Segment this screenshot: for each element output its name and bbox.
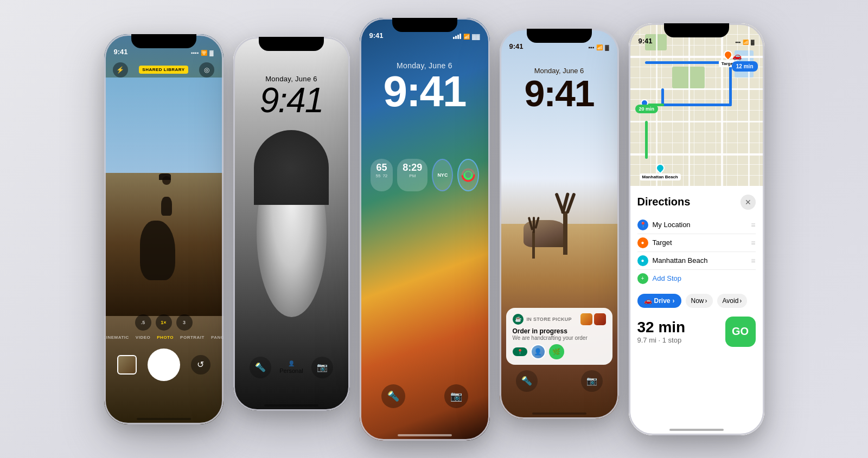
starbucks-notification[interactable]: ☕ In store pickup Order in progress We a…	[506, 308, 612, 365]
phones-container: 9:41 ▪▪▪▪ 🛜 ▓ ⚡ SHARED LIBRARY ◎	[0, 2, 868, 457]
zoom-1x[interactable]: 1×	[156, 314, 172, 331]
maps-phone: Target Manhattan Beach 12 min 20 min 🚗	[629, 23, 764, 435]
location-widget[interactable]: NYC	[432, 159, 453, 191]
target-name: Target	[653, 238, 747, 247]
wifi-icon3: 📶	[463, 34, 470, 40]
personal-section: 👤 Personal	[279, 360, 303, 374]
temp-range: 55 72	[376, 173, 388, 178]
directions-header: Directions ✕	[637, 195, 756, 210]
now-label: Now	[691, 297, 704, 305]
live-photo-button[interactable]: ◎	[199, 62, 214, 78]
go-button[interactable]: GO	[725, 317, 756, 347]
go-section: 32 min 9.7 mi · 1 stop GO	[637, 317, 756, 347]
mb-pin-dot	[654, 162, 666, 174]
directions-panel: Directions ✕ 📍 My Location ≡ ● Target ≡	[629, 186, 764, 435]
color-lockscreen: 9:41 📶 ▓▓ Monday, June 6	[360, 18, 490, 441]
color-lockscreen-phone: 9:41 📶 ▓▓ Monday, June 6	[360, 18, 490, 441]
drive-button[interactable]: 🚗 Drive ›	[637, 294, 681, 308]
desert-camera-button[interactable]: 📷	[581, 370, 603, 392]
bw-lockscreen-phone: Monday, June 6 9:41 🔦 👤 Personal 📷	[233, 37, 350, 411]
my-location-name: My Location	[653, 221, 747, 229]
time-widget[interactable]: 8:29 PM	[397, 159, 427, 191]
photo-thumbnail[interactable]	[117, 355, 137, 375]
road-v3	[721, 23, 723, 191]
camera-button[interactable]: 📷	[311, 357, 333, 378]
phone1-time: 9:41	[114, 48, 128, 56]
zoom-point5[interactable]: .5	[135, 314, 151, 331]
directions-title: Directions	[637, 196, 691, 208]
order-action-badge[interactable]: 📍	[513, 347, 527, 356]
signal4: ▪▪▪	[589, 44, 595, 50]
phone4-wrapper: 9:41 ▪▪▪ 📶 ▓ Monday, June 6 9:41 ☕	[500, 29, 619, 430]
avoid-button[interactable]: Avoid ›	[717, 294, 748, 308]
temp-num: 65	[376, 162, 387, 173]
waypoint-target: ● Target ≡	[637, 234, 756, 252]
map-area[interactable]: Target Manhattan Beach 12 min 20 min 🚗	[629, 23, 764, 191]
tree2-trunk	[532, 231, 535, 259]
phone1-home-indicator	[137, 418, 191, 420]
temp-low: 55	[376, 173, 381, 178]
add-stop-label[interactable]: Add Stop	[653, 274, 682, 282]
eta-badge-20min: 20 min	[635, 105, 659, 113]
rider-torso	[161, 197, 172, 216]
signal-icon: ▪▪▪▪	[191, 50, 199, 56]
flashlight-button[interactable]: 🔦	[250, 357, 271, 378]
mb-icon: ●	[637, 255, 648, 266]
location-icon: 📍	[517, 349, 523, 354]
weather-widget[interactable]: 65 55 72	[371, 159, 393, 191]
activity-widget[interactable]	[457, 159, 478, 191]
phone5-time: 9:41	[639, 37, 653, 45]
drink-badge	[594, 313, 606, 325]
now-button[interactable]: Now ›	[686, 294, 713, 308]
waypoint-my-location: 📍 My Location ≡	[637, 216, 756, 234]
scene-overlay	[104, 78, 224, 316]
phone2-notch	[259, 37, 324, 51]
horse-body	[140, 221, 175, 280]
drive-chevron: ›	[673, 297, 675, 305]
hat	[159, 173, 171, 180]
color-camera-button[interactable]: 📷	[444, 384, 468, 408]
person-badge[interactable]: 👤	[531, 344, 546, 359]
road-h3	[629, 121, 764, 122]
shared-library-badge[interactable]: SHARED LIBRARY	[139, 66, 188, 74]
shutter-button[interactable]	[148, 349, 180, 381]
color-clock: 9:41	[360, 70, 490, 113]
drive-label: Drive	[654, 297, 671, 305]
flip-camera-button[interactable]: ↺	[191, 355, 210, 375]
desert-lockscreen: 9:41 ▪▪▪ 📶 ▓ Monday, June 6 9:41 ☕	[500, 29, 619, 419]
mode-video[interactable]: VIDEO	[136, 335, 150, 340]
desert-flashlight-button[interactable]: 🔦	[516, 370, 538, 392]
green-badge[interactable]: 🌿	[549, 344, 564, 359]
bw-lockscreen: Monday, June 6 9:41 🔦 👤 Personal 📷	[233, 37, 350, 411]
notif-title: Order in progress	[513, 327, 606, 335]
camera-section: 📷	[311, 357, 333, 378]
joshua-tree	[558, 192, 572, 255]
mode-photo[interactable]: PHOTO	[157, 335, 174, 340]
phone1-wrapper: 9:41 ▪▪▪▪ 🛜 ▓ ⚡ SHARED LIBRARY ◎	[104, 34, 224, 424]
battery4: ▓	[605, 44, 609, 50]
location-label: NYC	[437, 172, 448, 178]
now-chevron: ›	[705, 297, 707, 305]
camera-phone: 9:41 ▪▪▪▪ 🛜 ▓ ⚡ SHARED LIBRARY ◎	[104, 34, 224, 424]
color-time-section: Monday, June 6 9:41	[360, 61, 490, 113]
mode-cinematic[interactable]: CINEMATIC	[104, 335, 129, 340]
desert-lockscreen-phone: 9:41 ▪▪▪ 📶 ▓ Monday, June 6 9:41 ☕	[500, 29, 619, 419]
zoom-3x[interactable]: 3	[176, 314, 193, 331]
phone3-notch	[392, 18, 457, 32]
close-button[interactable]: ✕	[741, 195, 756, 210]
wifi-icon: 🛜	[201, 50, 207, 56]
route-segment-green2	[645, 121, 648, 159]
add-stop-icon[interactable]: +	[637, 273, 648, 284]
color-flashlight-button[interactable]: 🔦	[381, 384, 405, 408]
wifi4: 📶	[596, 44, 603, 50]
phone3-time: 9:41	[369, 31, 384, 40]
widget-time: 8:29	[403, 162, 422, 173]
mode-pano[interactable]: PANO	[211, 335, 224, 340]
road-h4	[629, 153, 764, 156]
mode-portrait[interactable]: PORTRAIT	[180, 335, 205, 340]
road-v2	[688, 23, 690, 191]
phone3-wrapper: 9:41 📶 ▓▓ Monday, June 6	[360, 18, 490, 441]
phone5-wrapper: Target Manhattan Beach 12 min 20 min 🚗	[629, 23, 764, 435]
flash-button[interactable]: ⚡	[113, 62, 128, 78]
food-badge	[580, 313, 592, 325]
